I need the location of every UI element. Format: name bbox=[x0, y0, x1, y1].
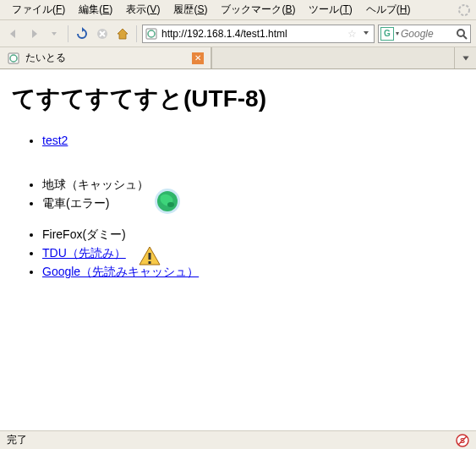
home-button[interactable] bbox=[114, 25, 131, 42]
svg-line-5 bbox=[463, 36, 467, 39]
forward-button[interactable] bbox=[25, 25, 42, 42]
menubar: ファイル(F) 編集(E) 表示(V) 履歴(S) ブックマーク(B) ツール(… bbox=[0, 0, 476, 20]
list-item: 地球（キャッシュ） bbox=[42, 176, 464, 194]
page-content: てすてすてすと(UTF-8) test2 地球（キャッシュ） 電車(エラー) F… bbox=[0, 69, 476, 430]
search-engine-dropdown[interactable]: ▾ bbox=[396, 30, 399, 37]
svg-rect-11 bbox=[149, 253, 151, 260]
bookmark-star-icon[interactable]: ☆ bbox=[347, 28, 357, 40]
search-input[interactable] bbox=[401, 28, 453, 40]
link-google[interactable]: Google（先読みキャッシュ） bbox=[42, 265, 199, 278]
list-item: Google（先読みキャッシュ） bbox=[42, 263, 464, 281]
page-icon bbox=[145, 27, 158, 41]
svg-point-4 bbox=[457, 30, 464, 36]
tab-spacer bbox=[211, 47, 454, 68]
link-list: test2 地球（キャッシュ） 電車(エラー) FireFox(ダミー) TDU… bbox=[12, 132, 464, 281]
menu-file[interactable]: ファイル(F) bbox=[5, 1, 72, 19]
svg-point-10 bbox=[167, 202, 174, 207]
status-text: 完了 bbox=[7, 433, 456, 447]
page-icon bbox=[7, 52, 20, 65]
search-engine-icon[interactable]: G bbox=[380, 27, 394, 41]
globe-icon bbox=[154, 188, 181, 215]
tab-list-dropdown[interactable] bbox=[454, 47, 476, 68]
spacer bbox=[42, 213, 464, 225]
list-item: test2 bbox=[42, 132, 464, 150]
search-go-icon[interactable] bbox=[455, 27, 468, 41]
tab-title: たいとる bbox=[25, 51, 187, 65]
menu-help[interactable]: ヘルプ(H) bbox=[359, 1, 418, 19]
menu-tools[interactable]: ツール(T) bbox=[302, 1, 358, 19]
throbber-icon bbox=[457, 3, 471, 17]
url-input[interactable] bbox=[161, 28, 344, 40]
reload-button[interactable] bbox=[74, 25, 90, 42]
menu-edit[interactable]: 編集(E) bbox=[72, 1, 119, 19]
link-test2[interactable]: test2 bbox=[42, 134, 68, 147]
spacer bbox=[42, 163, 464, 175]
tab[interactable]: たいとる ✕ bbox=[0, 47, 211, 68]
separator bbox=[68, 25, 68, 42]
list-item: FireFox(ダミー) bbox=[42, 226, 464, 244]
svg-point-0 bbox=[459, 5, 469, 15]
recent-dropdown[interactable] bbox=[46, 25, 63, 42]
menu-history[interactable]: 履歴(S) bbox=[167, 1, 214, 19]
toolbar: ☆ G ▾ bbox=[0, 20, 476, 47]
tab-close-icon[interactable]: ✕ bbox=[192, 52, 204, 64]
stop-button[interactable] bbox=[94, 25, 111, 42]
menu-bookmarks[interactable]: ブックマーク(B) bbox=[214, 1, 302, 19]
list-item: 電車(エラー) bbox=[42, 194, 464, 212]
menu-view[interactable]: 表示(V) bbox=[119, 1, 167, 19]
back-button[interactable] bbox=[5, 25, 22, 42]
link-tdu[interactable]: TDU（先読み） bbox=[42, 246, 126, 260]
page-heading: てすてすてすと(UTF-8) bbox=[12, 83, 464, 115]
status-bar: 完了 S bbox=[0, 430, 476, 449]
url-bar: ☆ bbox=[142, 25, 375, 43]
noscript-icon[interactable]: S bbox=[456, 434, 469, 447]
separator bbox=[136, 25, 137, 42]
list-item: TDU（先読み） bbox=[42, 244, 464, 262]
search-bar: G ▾ bbox=[378, 25, 471, 43]
tab-bar: たいとる ✕ bbox=[0, 47, 476, 69]
spacer bbox=[42, 151, 464, 162]
warning-icon bbox=[139, 246, 161, 266]
url-dropdown[interactable] bbox=[360, 28, 372, 40]
svg-rect-12 bbox=[149, 261, 151, 264]
